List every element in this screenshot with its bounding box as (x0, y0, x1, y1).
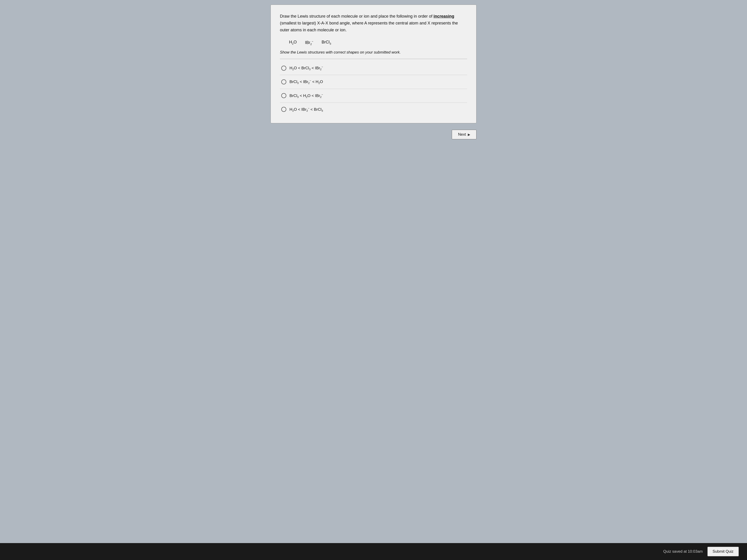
question-text-part1: Draw the Lewis structure of each molecul… (280, 14, 434, 19)
answer-option-1[interactable]: H2O < BrCl3 < IBr2− (280, 61, 467, 75)
radio-3[interactable] (281, 93, 286, 98)
quiz-saved-text: Quiz saved at 10:03am (663, 549, 703, 554)
question-text-underline: increasing (434, 14, 454, 19)
radio-1[interactable] (281, 65, 286, 71)
radio-4[interactable] (281, 107, 286, 112)
question-card: Draw the Lewis structure of each molecul… (271, 5, 476, 123)
next-label: Next (458, 132, 466, 137)
answer-option-4[interactable]: H2O < IBr2− < BrCl3 (280, 103, 467, 116)
lewis-instruction: Show the Lewis structures with correct s… (280, 50, 467, 55)
next-button[interactable]: Next ▶ (452, 130, 476, 139)
bottom-bar: Next ▶ (271, 130, 476, 139)
question-text: Draw the Lewis structure of each molecul… (280, 13, 467, 33)
option-text-2: BrCl3 < IBr2− < H2O (289, 79, 323, 84)
answer-option-3[interactable]: BrCl3 < H2O < IBr2− (280, 89, 467, 103)
molecule-h2o: H2O (289, 40, 297, 46)
submit-quiz-button[interactable]: Submit Quiz (707, 547, 739, 556)
molecule-ibr2: IBr2− (305, 40, 313, 46)
radio-2[interactable] (281, 79, 286, 84)
molecules-display: H2O IBr2− BrCl3 (280, 40, 467, 46)
answer-option-2[interactable]: BrCl3 < IBr2− < H2O (280, 75, 467, 89)
page-wrapper: Draw the Lewis structure of each molecul… (0, 5, 747, 158)
footer-bar: Quiz saved at 10:03am Submit Quiz (0, 543, 747, 560)
option-text-3: BrCl3 < H2O < IBr2− (289, 93, 323, 98)
next-arrow-icon: ▶ (468, 133, 470, 136)
option-text-4: H2O < IBr2− < BrCl3 (289, 107, 323, 112)
divider (280, 59, 467, 59)
molecule-brcl3: BrCl3 (321, 40, 331, 46)
main-container: Draw the Lewis structure of each molecul… (271, 5, 476, 139)
option-text-1: H2O < BrCl3 < IBr2− (289, 65, 323, 71)
question-text-part2: (smallest to largest) X-A-X bond angle, … (280, 21, 458, 32)
